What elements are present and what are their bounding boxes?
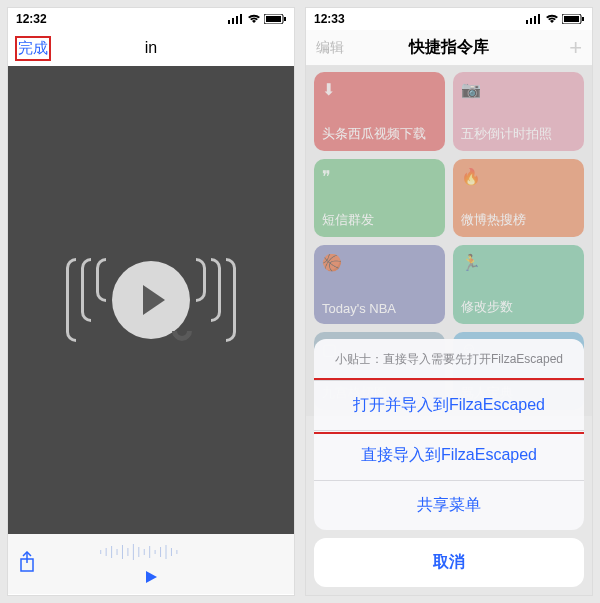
status-time: 12:33 xyxy=(314,12,345,26)
media-preview xyxy=(8,66,294,534)
phone-left: 12:32 完成 in xyxy=(8,8,294,595)
edit-button[interactable]: 编辑 xyxy=(316,39,344,57)
svg-rect-1 xyxy=(232,18,234,24)
status-time: 12:32 xyxy=(16,12,47,26)
action-sheet: 小贴士：直接导入需要先打开FilzaEscaped 打开并导入到FilzaEsc… xyxy=(314,339,584,587)
battery-icon xyxy=(264,14,286,24)
toolbar xyxy=(8,534,294,594)
play-small-icon[interactable] xyxy=(144,570,158,588)
svg-rect-27 xyxy=(534,16,536,24)
nav-bar-left: 完成 in xyxy=(8,30,294,66)
svg-rect-25 xyxy=(526,20,528,24)
sheet-item-open-import[interactable]: 打开并导入到FilzaEscaped xyxy=(314,381,584,431)
nav-bar-right: 编辑 快捷指令库 + xyxy=(306,30,592,66)
page-title: 快捷指令库 xyxy=(409,37,489,58)
play-button[interactable] xyxy=(112,261,190,339)
svg-rect-31 xyxy=(582,17,584,21)
svg-rect-30 xyxy=(564,16,579,22)
status-bar: 12:32 xyxy=(8,8,294,30)
sound-wave-right-icon xyxy=(196,258,236,342)
wifi-icon xyxy=(545,14,559,24)
sheet-item-direct-import[interactable]: 直接导入到FilzaEscaped xyxy=(314,431,584,481)
waveform-icon xyxy=(98,542,234,562)
svg-rect-28 xyxy=(538,14,540,24)
battery-icon xyxy=(562,14,584,24)
sound-wave-left-icon xyxy=(66,258,106,342)
svg-rect-0 xyxy=(228,20,230,24)
share-icon[interactable] xyxy=(18,551,36,577)
add-button[interactable]: + xyxy=(569,35,582,61)
sheet-item-share-menu[interactable]: 共享菜单 xyxy=(314,481,584,530)
sheet-tip: 小贴士：直接导入需要先打开FilzaEscaped xyxy=(314,339,584,381)
svg-rect-26 xyxy=(530,18,532,24)
svg-rect-6 xyxy=(284,17,286,21)
sheet-cancel[interactable]: 取消 xyxy=(314,538,584,587)
svg-marker-24 xyxy=(146,571,157,583)
signal-icon xyxy=(228,14,244,24)
status-bar: 12:33 xyxy=(306,8,592,30)
wifi-icon xyxy=(247,14,261,24)
svg-rect-3 xyxy=(240,14,242,24)
page-title: in xyxy=(8,39,294,57)
svg-rect-2 xyxy=(236,16,238,24)
signal-icon xyxy=(526,14,542,24)
phone-right: 12:33 编辑 快捷指令库 + ⬇头条西瓜视频下载📷五秒倒计时拍照❞短信群发🔥… xyxy=(306,8,592,595)
svg-rect-5 xyxy=(266,16,281,22)
